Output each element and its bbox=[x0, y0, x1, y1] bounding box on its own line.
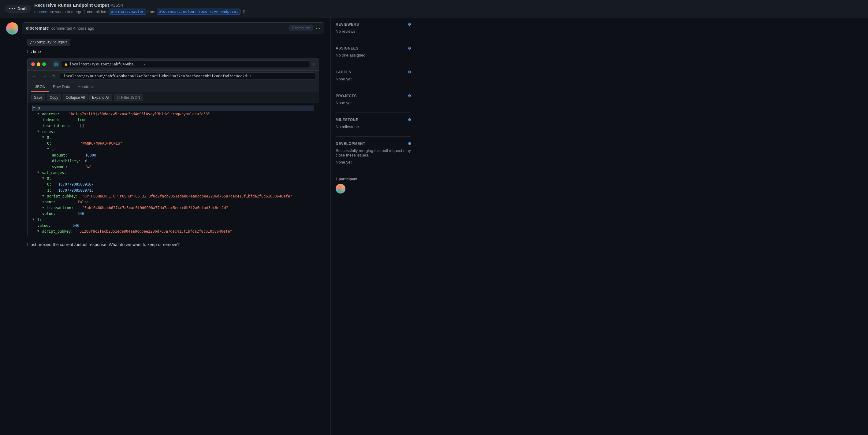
url-bar-tab[interactable]: 🔒 localhost/r/output/5abf0460ba... ✕ bbox=[61, 61, 310, 68]
sidebar-milestone: Milestone ⚙ No milestone bbox=[336, 118, 411, 129]
assignees-value: No one assigned bbox=[336, 53, 411, 58]
json-line-inscriptions: inscriptions: [] bbox=[32, 123, 314, 129]
contributor-badge: Contributor bbox=[288, 25, 313, 31]
assignees-edit-icon[interactable]: ⚙ bbox=[408, 46, 411, 51]
url-full-text: localhost/r/output/5abf0460bacb6274c7a5c… bbox=[63, 74, 251, 78]
collapse-address-icon[interactable]: ▼ bbox=[37, 111, 39, 116]
json-line-symbol: symbol: "☯" bbox=[32, 164, 314, 170]
json-line-address-expand: ▼ address: "bc1pp7xzlt9jx50daqzw5rxmac3q… bbox=[32, 111, 314, 117]
comment-header-left: elocremarc commented 4 hours ago bbox=[26, 26, 94, 31]
sidebar-projects: Projects ⚙ None yet bbox=[336, 94, 411, 105]
comment-time: commented 4 hours ago bbox=[52, 26, 94, 31]
reviewers-value: No reviews bbox=[336, 29, 411, 34]
main-layout: elocremarc commented 4 hours ago Contrib… bbox=[0, 18, 868, 435]
collapse-runes-icon[interactable]: ▼ bbox=[37, 129, 39, 134]
target-branch-tag[interactable]: elocremarc:output-recursive-endpoint bbox=[157, 8, 241, 15]
collapse-0-icon[interactable]: ▼ bbox=[33, 105, 35, 110]
sidebar-development: Development ⚙ Successfully merging this … bbox=[336, 141, 411, 164]
new-tab-button[interactable]: + bbox=[312, 61, 315, 67]
copy-branch-button[interactable]: ⎘ bbox=[242, 9, 247, 15]
sidebar-assignees: Assignees ⚙ No one assigned bbox=[336, 46, 411, 58]
sidebar: Reviewers ⚙ No reviews Assignees ⚙ No on… bbox=[331, 18, 416, 435]
json-viewer: ▼ 0: ▼ address: "bc1pp7xzlt9jx50daqzw5rx… bbox=[28, 103, 319, 237]
url-bar-full[interactable]: localhost/r/output/5abf0460bacb6274c7a5c… bbox=[60, 72, 315, 80]
refresh-button[interactable]: ↻ bbox=[51, 73, 57, 79]
json-line-spent: spent: false bbox=[32, 199, 314, 205]
tab-raw-data[interactable]: Raw Data bbox=[49, 82, 74, 92]
json-line-runes: ▼ runes: bbox=[32, 129, 314, 135]
forward-button[interactable]: → bbox=[41, 73, 48, 79]
json-line-sat-ranges: ▼ sat_ranges: bbox=[32, 170, 314, 176]
collapse-transaction-icon[interactable]: ▼ bbox=[42, 205, 44, 210]
browser-mockup: 🌐 🔒 localhost/r/output/5abf0460ba... ✕ +… bbox=[27, 58, 319, 237]
filter-label: Filter JSON bbox=[121, 95, 140, 100]
draft-icon bbox=[9, 8, 16, 9]
json-line-1-top: ▼ 1: bbox=[32, 217, 314, 223]
content-area: elocremarc commented 4 hours ago Contrib… bbox=[0, 18, 331, 435]
draft-badge: Draft bbox=[5, 5, 31, 12]
development-title: Development ⚙ bbox=[336, 141, 411, 146]
copy-button[interactable]: Copy bbox=[47, 94, 61, 101]
collapse-script-1-icon[interactable]: ▼ bbox=[42, 194, 44, 198]
comment-container: elocremarc commented 4 hours ago Contrib… bbox=[22, 22, 324, 252]
commenter-name[interactable]: elocremarc bbox=[26, 26, 49, 31]
back-button[interactable]: ← bbox=[31, 73, 38, 79]
reviewers-edit-icon[interactable]: ⚙ bbox=[408, 22, 411, 27]
json-line-sat-0: ▼ 0: bbox=[32, 176, 314, 181]
json-line-sat-0-0: 0: 1670779085889167 bbox=[32, 181, 314, 188]
projects-edit-icon[interactable]: ⚙ bbox=[408, 94, 411, 98]
expand-all-button[interactable]: Expand All bbox=[89, 94, 112, 101]
json-line-value-1: value: 546 bbox=[32, 211, 314, 217]
filter-json-input[interactable]: ⬡ Filter JSON bbox=[114, 94, 143, 101]
browser-nav: ← → ↻ localhost/r/output/5abf0460bacb627… bbox=[28, 71, 319, 82]
development-value: None yet bbox=[336, 160, 411, 164]
url-text-short: localhost/r/output/5abf0460ba... bbox=[69, 62, 140, 66]
development-edit-icon[interactable]: ⚙ bbox=[408, 141, 411, 146]
source-branch-tag[interactable]: ordinals:master bbox=[108, 8, 146, 15]
collapse-sat-icon[interactable]: ▼ bbox=[37, 170, 39, 175]
json-tabs: JSON Raw Data Headers bbox=[28, 82, 319, 92]
sidebar-reviewers: Reviewers ⚙ No reviews bbox=[336, 22, 411, 34]
comment-block: elocremarc commented 4 hours ago Contrib… bbox=[6, 22, 324, 252]
page-favicon: 🌐 bbox=[53, 61, 59, 67]
development-text: Successfully merging this pull request m… bbox=[336, 148, 411, 158]
traffic-light-red[interactable] bbox=[31, 62, 35, 66]
pr-title: Recursive Runes Endpoint Output #3654 bbox=[34, 2, 123, 8]
labels-value: None yet bbox=[336, 77, 411, 81]
traffic-light-green[interactable] bbox=[42, 62, 46, 66]
json-line-runes-1-expand: ▼ 1: bbox=[32, 146, 314, 152]
json-line-transaction: ▼ transaction: "5abf0460bacb6274c7a5cac5… bbox=[32, 205, 314, 211]
sidebar-participants: 1 participant bbox=[336, 177, 411, 194]
milestone-value: No milestone bbox=[336, 125, 411, 129]
collapse-runes-0-icon[interactable]: ▼ bbox=[42, 135, 44, 140]
participants-title: 1 participant bbox=[336, 177, 411, 181]
json-line-sat-0-1: 1: 1670779085889713 bbox=[32, 188, 314, 194]
pr-author-link[interactable]: elocremarc bbox=[34, 9, 54, 14]
tab-json[interactable]: JSON bbox=[31, 82, 49, 92]
avatar bbox=[6, 22, 18, 35]
comment-menu-button[interactable]: ··· bbox=[316, 25, 320, 31]
labels-edit-icon[interactable]: ⚙ bbox=[408, 70, 411, 74]
collapse-1-icon[interactable]: ▼ bbox=[32, 217, 34, 222]
json-line-indexed: indexed: true bbox=[32, 117, 314, 123]
collapse-script-2-icon[interactable]: ▼ bbox=[37, 229, 39, 234]
browser-content: JSON Raw Data Headers Save Copy Collapse… bbox=[28, 82, 319, 237]
milestone-title: Milestone ⚙ bbox=[336, 118, 411, 122]
sidebar-labels: Labels ⚙ None yet bbox=[336, 70, 411, 81]
comment-body: /r/output/:output Its time 🌐 bbox=[22, 34, 324, 252]
save-button[interactable]: Save bbox=[31, 94, 45, 101]
comment-header: elocremarc commented 4 hours ago Contrib… bbox=[22, 23, 324, 34]
traffic-light-yellow[interactable] bbox=[37, 62, 40, 66]
top-bar: Draft Recursive Runes Endpoint Output #3… bbox=[0, 0, 868, 18]
collapse-sat-0-icon[interactable]: ▼ bbox=[42, 176, 44, 181]
filter-icon: ⬡ bbox=[117, 95, 120, 100]
projects-value: None yet bbox=[336, 101, 411, 105]
json-line-value-2: value: 546 bbox=[32, 223, 314, 229]
tab-headers[interactable]: Headers bbox=[74, 82, 96, 92]
tab-close-icon[interactable]: ✕ bbox=[143, 62, 145, 66]
collapse-runes-1-icon[interactable]: ▼ bbox=[47, 146, 49, 151]
collapse-all-button[interactable]: Collapse All bbox=[63, 94, 88, 101]
security-icon: 🔒 bbox=[64, 62, 68, 66]
labels-title: Labels ⚙ bbox=[336, 70, 411, 74]
milestone-edit-icon[interactable]: ⚙ bbox=[408, 118, 411, 122]
